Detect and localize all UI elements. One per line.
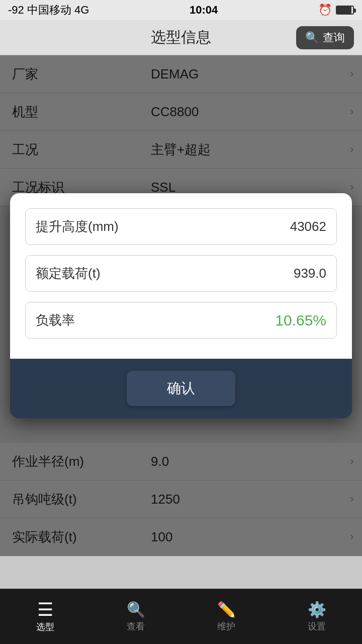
tab-bar: ☰ 选型 🔍 查看 ✏️ 维护 ⚙️ 设置 <box>0 589 362 644</box>
tab-view[interactable]: 🔍 查看 <box>90 601 181 632</box>
lift-height-value: 43062 <box>290 219 326 234</box>
lift-height-field: 提升高度(mm) 43062 <box>25 208 337 245</box>
search-icon: 🔍 <box>305 31 319 44</box>
tab-view-label: 查看 <box>127 620 145 632</box>
load-rate-label: 负载率 <box>36 311 75 329</box>
tab-settings[interactable]: ⚙️ 设置 <box>272 601 362 632</box>
confirm-button[interactable]: 确认 <box>127 371 235 406</box>
result-modal: 提升高度(mm) 43062 额定载荷(t) 939.0 负载率 10.65% … <box>10 193 352 418</box>
list-icon: ☰ <box>37 601 53 619</box>
search-query-button[interactable]: 🔍 查询 <box>296 26 354 49</box>
page-title: 选型信息 <box>151 27 211 48</box>
search-label: 查询 <box>323 30 345 45</box>
load-rate-value: 10.65% <box>275 312 326 329</box>
status-bar: -92 中国移动 4G 10:04 ⏰ <box>0 0 362 20</box>
main-content: 厂家 DEMAG › 机型 CC8800 › 工况 主臂+超起 › 工况标识 S… <box>0 55 362 556</box>
tab-settings-label: 设置 <box>308 620 326 632</box>
modal-footer: 确认 <box>10 359 352 418</box>
alarm-icon: ⏰ <box>318 4 332 17</box>
search-icon: 🔍 <box>127 601 145 618</box>
lift-height-label: 提升高度(mm) <box>36 218 119 235</box>
tab-maintenance-label: 维护 <box>217 620 235 632</box>
battery-icon <box>336 6 354 15</box>
tab-selection[interactable]: ☰ 选型 <box>0 601 90 633</box>
signal-text: -92 中国移动 4G <box>8 3 89 18</box>
tab-maintenance[interactable]: ✏️ 维护 <box>181 601 272 632</box>
gear-icon: ⚙️ <box>308 601 326 618</box>
rated-load-label: 额定载荷(t) <box>36 265 101 282</box>
tab-selection-label: 选型 <box>36 621 54 633</box>
edit-icon: ✏️ <box>217 601 236 618</box>
rated-load-value: 939.0 <box>294 266 326 281</box>
time-text: 10:04 <box>190 4 218 17</box>
header: 选型信息 🔍 查询 <box>0 20 362 55</box>
modal-overlay: 提升高度(mm) 43062 额定载荷(t) 939.0 负载率 10.65% … <box>0 55 362 556</box>
rated-load-field: 额定载荷(t) 939.0 <box>25 255 337 292</box>
modal-body: 提升高度(mm) 43062 额定载荷(t) 939.0 负载率 10.65% <box>10 193 352 359</box>
load-rate-field: 负载率 10.65% <box>25 302 337 339</box>
